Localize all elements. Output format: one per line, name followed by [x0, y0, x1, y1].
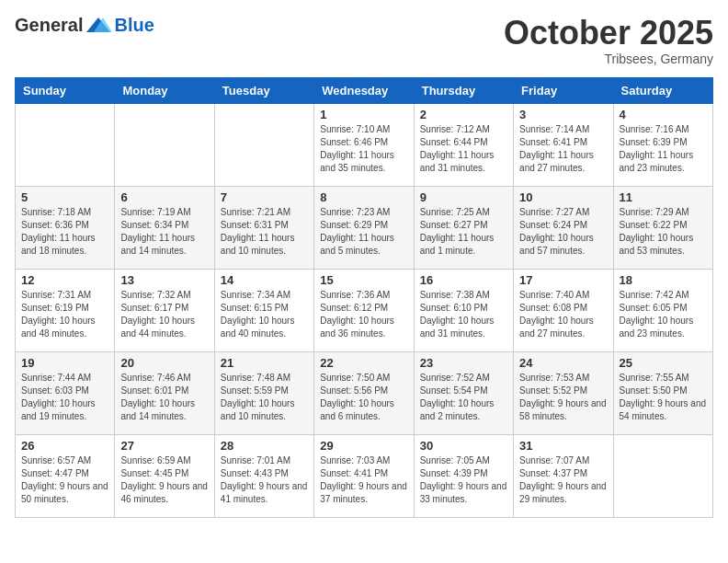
day-info: Sunrise: 7:42 AM Sunset: 6:05 PM Dayligh…	[620, 289, 707, 340]
calendar-cell: 10Sunrise: 7:27 AM Sunset: 6:24 PM Dayli…	[514, 186, 613, 269]
calendar-body: 1Sunrise: 7:10 AM Sunset: 6:46 PM Daylig…	[16, 103, 713, 517]
calendar-cell: 14Sunrise: 7:34 AM Sunset: 6:15 PM Dayli…	[214, 269, 313, 351]
location-text: Tribsees, Germany	[504, 52, 713, 66]
calendar-cell: 4Sunrise: 7:16 AM Sunset: 6:39 PM Daylig…	[613, 103, 712, 186]
day-number: 8	[320, 190, 407, 204]
calendar-cell: 19Sunrise: 7:44 AM Sunset: 6:03 PM Dayli…	[16, 351, 115, 434]
day-info: Sunrise: 7:55 AM Sunset: 5:50 PM Dayligh…	[620, 372, 707, 423]
calendar-cell: 15Sunrise: 7:36 AM Sunset: 6:12 PM Dayli…	[314, 269, 414, 351]
calendar-week-5: 26Sunrise: 6:57 AM Sunset: 4:47 PM Dayli…	[16, 434, 713, 517]
calendar-cell	[214, 103, 313, 186]
day-info: Sunrise: 7:19 AM Sunset: 6:34 PM Dayligh…	[120, 206, 208, 258]
calendar-header-friday: Friday	[514, 77, 613, 103]
calendar-cell: 26Sunrise: 6:57 AM Sunset: 4:47 PM Dayli…	[16, 434, 115, 517]
calendar-header-monday: Monday	[115, 77, 214, 103]
day-info: Sunrise: 7:53 AM Sunset: 5:52 PM Dayligh…	[519, 372, 607, 423]
day-info: Sunrise: 6:59 AM Sunset: 4:45 PM Dayligh…	[120, 454, 208, 506]
day-info: Sunrise: 7:16 AM Sunset: 6:39 PM Dayligh…	[620, 123, 707, 175]
page-header: General Blue October 2025 Tribsees, Germ…	[15, 15, 713, 66]
day-number: 19	[21, 356, 108, 370]
logo: General Blue	[15, 15, 154, 36]
calendar-header-thursday: Thursday	[414, 77, 513, 103]
day-number: 14	[221, 273, 308, 287]
calendar-cell: 25Sunrise: 7:55 AM Sunset: 5:50 PM Dayli…	[613, 351, 712, 434]
calendar-cell	[115, 103, 214, 186]
day-number: 7	[221, 190, 308, 204]
day-number: 26	[21, 439, 108, 453]
calendar-cell: 5Sunrise: 7:18 AM Sunset: 6:36 PM Daylig…	[16, 186, 115, 269]
day-number: 9	[420, 190, 507, 204]
logo-icon	[85, 16, 112, 36]
day-info: Sunrise: 7:32 AM Sunset: 6:17 PM Dayligh…	[120, 289, 208, 340]
day-info: Sunrise: 7:46 AM Sunset: 6:01 PM Dayligh…	[120, 372, 208, 423]
day-number: 6	[120, 190, 208, 204]
day-number: 21	[221, 356, 308, 370]
day-number: 5	[21, 190, 108, 204]
calendar-cell: 24Sunrise: 7:53 AM Sunset: 5:52 PM Dayli…	[514, 351, 613, 434]
day-info: Sunrise: 7:25 AM Sunset: 6:27 PM Dayligh…	[420, 206, 507, 258]
calendar-cell: 12Sunrise: 7:31 AM Sunset: 6:19 PM Dayli…	[16, 269, 115, 351]
day-info: Sunrise: 7:48 AM Sunset: 5:59 PM Dayligh…	[221, 372, 308, 423]
calendar-header-sunday: Sunday	[16, 77, 115, 103]
day-info: Sunrise: 7:23 AM Sunset: 6:29 PM Dayligh…	[320, 206, 407, 258]
calendar-cell: 1Sunrise: 7:10 AM Sunset: 6:46 PM Daylig…	[314, 103, 414, 186]
calendar-cell: 22Sunrise: 7:50 AM Sunset: 5:56 PM Dayli…	[314, 351, 414, 434]
day-number: 13	[120, 273, 208, 287]
calendar-cell: 30Sunrise: 7:05 AM Sunset: 4:39 PM Dayli…	[414, 434, 513, 517]
day-number: 3	[519, 108, 607, 121]
calendar-cell: 23Sunrise: 7:52 AM Sunset: 5:54 PM Dayli…	[414, 351, 513, 434]
calendar-cell: 17Sunrise: 7:40 AM Sunset: 6:08 PM Dayli…	[514, 269, 613, 351]
day-info: Sunrise: 7:27 AM Sunset: 6:24 PM Dayligh…	[519, 206, 607, 258]
title-block: October 2025 Tribsees, Germany	[504, 15, 713, 66]
day-number: 2	[420, 108, 507, 121]
day-info: Sunrise: 7:50 AM Sunset: 5:56 PM Dayligh…	[320, 372, 407, 423]
calendar-cell: 7Sunrise: 7:21 AM Sunset: 6:31 PM Daylig…	[214, 186, 313, 269]
day-info: Sunrise: 7:52 AM Sunset: 5:54 PM Dayligh…	[420, 372, 507, 423]
day-info: Sunrise: 7:31 AM Sunset: 6:19 PM Dayligh…	[21, 289, 108, 340]
calendar-cell: 3Sunrise: 7:14 AM Sunset: 6:41 PM Daylig…	[514, 103, 613, 186]
day-number: 20	[120, 356, 208, 370]
calendar-cell: 2Sunrise: 7:12 AM Sunset: 6:44 PM Daylig…	[414, 103, 513, 186]
day-number: 18	[620, 273, 707, 287]
calendar-cell: 18Sunrise: 7:42 AM Sunset: 6:05 PM Dayli…	[613, 269, 712, 351]
day-number: 15	[320, 273, 407, 287]
calendar-cell: 8Sunrise: 7:23 AM Sunset: 6:29 PM Daylig…	[314, 186, 414, 269]
calendar-cell: 11Sunrise: 7:29 AM Sunset: 6:22 PM Dayli…	[613, 186, 712, 269]
day-info: Sunrise: 7:21 AM Sunset: 6:31 PM Dayligh…	[221, 206, 308, 258]
calendar-week-4: 19Sunrise: 7:44 AM Sunset: 6:03 PM Dayli…	[16, 351, 713, 434]
month-title: October 2025	[504, 15, 713, 52]
day-number: 22	[320, 356, 407, 370]
logo-general-text: General	[15, 15, 83, 36]
day-number: 12	[21, 273, 108, 287]
day-number: 24	[519, 356, 607, 370]
day-number: 29	[320, 439, 407, 453]
day-number: 23	[420, 356, 507, 370]
day-info: Sunrise: 6:57 AM Sunset: 4:47 PM Dayligh…	[21, 454, 108, 506]
day-info: Sunrise: 7:05 AM Sunset: 4:39 PM Dayligh…	[420, 454, 507, 506]
day-info: Sunrise: 7:18 AM Sunset: 6:36 PM Dayligh…	[21, 206, 108, 258]
day-info: Sunrise: 7:44 AM Sunset: 6:03 PM Dayligh…	[21, 372, 108, 423]
calendar-header-wednesday: Wednesday	[314, 77, 414, 103]
day-number: 25	[620, 356, 707, 370]
calendar-week-1: 1Sunrise: 7:10 AM Sunset: 6:46 PM Daylig…	[16, 103, 713, 186]
day-info: Sunrise: 7:03 AM Sunset: 4:41 PM Dayligh…	[320, 454, 407, 506]
calendar-cell: 27Sunrise: 6:59 AM Sunset: 4:45 PM Dayli…	[115, 434, 214, 517]
day-info: Sunrise: 7:10 AM Sunset: 6:46 PM Dayligh…	[320, 123, 407, 175]
calendar-header-tuesday: Tuesday	[214, 77, 313, 103]
day-info: Sunrise: 7:01 AM Sunset: 4:43 PM Dayligh…	[221, 454, 308, 506]
day-number: 1	[320, 108, 407, 121]
day-info: Sunrise: 7:14 AM Sunset: 6:41 PM Dayligh…	[519, 123, 607, 175]
day-info: Sunrise: 7:29 AM Sunset: 6:22 PM Dayligh…	[620, 206, 707, 258]
day-info: Sunrise: 7:36 AM Sunset: 6:12 PM Dayligh…	[320, 289, 407, 340]
day-number: 31	[519, 439, 607, 453]
day-number: 28	[221, 439, 308, 453]
logo-blue-text: Blue	[114, 15, 154, 36]
day-info: Sunrise: 7:34 AM Sunset: 6:15 PM Dayligh…	[221, 289, 308, 340]
calendar-week-3: 12Sunrise: 7:31 AM Sunset: 6:19 PM Dayli…	[16, 269, 713, 351]
calendar-cell: 9Sunrise: 7:25 AM Sunset: 6:27 PM Daylig…	[414, 186, 513, 269]
day-number: 10	[519, 190, 607, 204]
calendar-cell: 20Sunrise: 7:46 AM Sunset: 6:01 PM Dayli…	[115, 351, 214, 434]
calendar-cell: 6Sunrise: 7:19 AM Sunset: 6:34 PM Daylig…	[115, 186, 214, 269]
calendar-week-2: 5Sunrise: 7:18 AM Sunset: 6:36 PM Daylig…	[16, 186, 713, 269]
calendar-cell: 13Sunrise: 7:32 AM Sunset: 6:17 PM Dayli…	[115, 269, 214, 351]
